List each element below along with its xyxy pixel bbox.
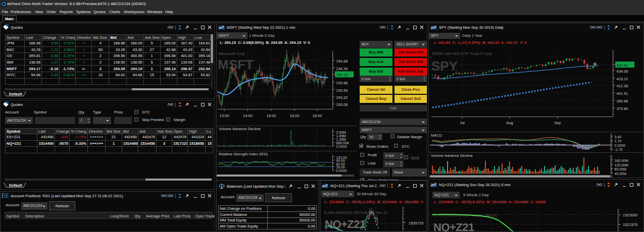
svg-text:13:00: 13:00 bbox=[220, 113, 229, 118]
svg-text:650.00K: 650.00K bbox=[336, 141, 350, 145]
svg-text:Sep: Sep bbox=[554, 121, 561, 125]
svg-text:1.95M: 1.95M bbox=[336, 134, 346, 138]
svg-text:293.06: 293.06 bbox=[336, 102, 348, 107]
svg-text:80.00M: 80.00M bbox=[615, 167, 627, 171]
svg-text:Jul: Jul bbox=[460, 121, 465, 125]
svg-text:293.32: 293.32 bbox=[336, 95, 348, 100]
svg-text:NQ+Z21: NQ+Z21 bbox=[325, 218, 366, 230]
svg-text:18:00: 18:00 bbox=[313, 113, 322, 118]
svg-text:379.80: 379.80 bbox=[617, 106, 628, 111]
svg-text:Volume Advance Decline: Volume Advance Decline bbox=[219, 127, 261, 131]
svg-text:401.51: 401.51 bbox=[617, 91, 628, 96]
svg-text:120.00M: 120.00M bbox=[615, 163, 628, 167]
svg-text:412.36: 412.36 bbox=[617, 84, 628, 88]
svg-text:SPDR S&P 500 ETF Trust Tr Unit: SPDR S&P 500 ETF Trust Tr Unit bbox=[432, 51, 492, 56]
svg-text:160.00M: 160.00M bbox=[615, 159, 628, 162]
svg-text:1523000: 1523000 bbox=[623, 213, 637, 217]
svg-text:0.0000: 0.0000 bbox=[336, 145, 348, 148]
svg-text:Volume Advance Decline: Volume Advance Decline bbox=[431, 153, 473, 158]
svg-text:442.64: 442.64 bbox=[617, 63, 628, 68]
svg-text:294.39: 294.39 bbox=[336, 67, 348, 71]
svg-text:293.59: 293.59 bbox=[336, 88, 348, 93]
svg-text:1535725: 1535725 bbox=[409, 221, 423, 225]
svg-text:16:00: 16:00 bbox=[290, 113, 300, 118]
svg-text:MSFT: MSFT bbox=[218, 57, 254, 72]
svg-text:SPY: SPY bbox=[431, 59, 458, 74]
svg-text:Default: Default bbox=[9, 183, 22, 188]
svg-text:E-mini NASDAQ-100 Futures, Dec: E-mini NASDAQ-100 Futures, Dec-21 bbox=[324, 210, 388, 215]
svg-text:1.30M: 1.30M bbox=[336, 138, 346, 141]
svg-text:2.60M: 2.60M bbox=[336, 131, 346, 134]
svg-text:NQ+Z21: NQ+Z21 bbox=[433, 221, 474, 232]
svg-text:Relative Strength Index (RSI): Relative Strength Index (RSI) bbox=[219, 152, 268, 156]
svg-text:390.66: 390.66 bbox=[617, 99, 628, 103]
svg-text:Aug: Aug bbox=[506, 121, 513, 125]
svg-text:Default: Default bbox=[9, 92, 22, 96]
svg-text:14:00: 14:00 bbox=[243, 113, 253, 118]
svg-text:294.66: 294.66 bbox=[336, 59, 348, 64]
svg-text:423.21: 423.21 bbox=[617, 77, 628, 81]
svg-text:3.40: 3.40 bbox=[615, 135, 622, 139]
svg-text:0.0000: 0.0000 bbox=[336, 169, 348, 172]
svg-text:434.06: 434.06 bbox=[617, 69, 628, 74]
svg-text:1.70: 1.70 bbox=[615, 139, 622, 143]
svg-text:15:00: 15:00 bbox=[267, 113, 276, 118]
svg-text:Microsoft Corp: Microsoft Corp bbox=[219, 51, 245, 56]
svg-text:-1.70: -1.70 bbox=[615, 148, 623, 151]
svg-text:40.00M: 40.00M bbox=[615, 172, 627, 176]
svg-text:294.15: 294.15 bbox=[336, 73, 348, 77]
svg-text:293.86: 293.86 bbox=[336, 81, 348, 85]
svg-text:1521575: 1521575 bbox=[623, 222, 637, 227]
svg-text:MACD: MACD bbox=[431, 133, 442, 138]
svg-text:0.0000: 0.0000 bbox=[615, 144, 626, 147]
